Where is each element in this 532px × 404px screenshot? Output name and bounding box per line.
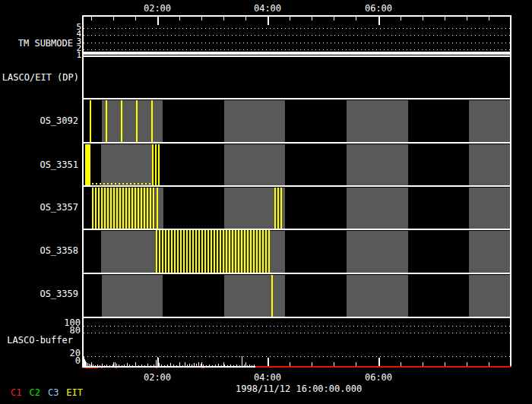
- observation-line: [151, 100, 153, 142]
- legend-item-c3: C3: [48, 388, 59, 398]
- frame-right-line: [510, 15, 511, 368]
- axis-minor-tick-top: [290, 17, 290, 21]
- buffer-usage-spike: [249, 365, 250, 366]
- axis-minor-tick-top: [489, 17, 489, 21]
- buffer-usage-spike: [196, 364, 197, 366]
- buffer-usage-spike: [138, 365, 139, 366]
- row-label-os-3092: OS_3092: [40, 115, 78, 126]
- buffer-usage-spike: [116, 364, 117, 366]
- buffer-usage-spike: [132, 365, 133, 366]
- axis-major-tick-top: [378, 17, 380, 25]
- buffer-usage-spike: [141, 365, 142, 366]
- buffer-usage-spike: [189, 364, 190, 366]
- buffer-usage-spike: [144, 365, 145, 366]
- buffer-tick-label: 80: [70, 327, 81, 335]
- buffer-usage-spike: [104, 365, 105, 366]
- submode-gridline: [84, 28, 510, 29]
- availability-band: [102, 275, 163, 317]
- axis-minor-tick-top: [356, 17, 356, 21]
- buffer-baseline-white: [82, 366, 255, 368]
- instrument-legend: C1C2C3EIT: [11, 388, 90, 398]
- axis-minor-tick-bottom: [113, 362, 114, 366]
- buffer-usage-spike: [236, 365, 237, 366]
- buffer-gridline: [84, 356, 510, 357]
- buffer-usage-spike: [147, 364, 148, 366]
- buffer-usage-spike: [100, 365, 100, 366]
- axis-minor-tick-bottom: [312, 362, 312, 366]
- axis-minor-tick-bottom: [489, 362, 489, 366]
- buffer-red-mark: [155, 368, 157, 368]
- buffer-usage-spike: [167, 365, 168, 366]
- row-label-tm-submode: TM SUBMODE: [18, 38, 73, 49]
- start-date-label: 1998/11/12 16:00:00.000: [236, 383, 362, 394]
- buffer-usage-spike: [173, 365, 174, 366]
- axis-minor-tick-bottom: [245, 362, 246, 366]
- buffer-usage-spike: [209, 365, 210, 366]
- axis-minor-tick-bottom: [290, 362, 290, 366]
- row-label-os-3357: OS_3357: [40, 202, 78, 213]
- availability-band: [469, 188, 510, 229]
- row-label-os-3358: OS_3358: [40, 245, 78, 256]
- legend-item-eit: EIT: [66, 388, 83, 398]
- buffer-usage-spike: [161, 365, 162, 366]
- axis-minor-tick-top: [91, 17, 92, 21]
- buffer-usage-spike: [252, 365, 252, 366]
- axis-minor-tick-bottom: [179, 362, 180, 366]
- observation-hatch-bar: [156, 229, 270, 273]
- buffer-gridline: [84, 326, 510, 327]
- axis-major-tick-bottom: [378, 358, 380, 366]
- availability-band: [469, 275, 510, 317]
- buffer-red-mark: [201, 368, 204, 368]
- submode-gridline: [84, 35, 510, 36]
- observation-hatch-bar: [152, 144, 160, 185]
- buffer-usage-spike: [233, 365, 234, 366]
- buffer-red-mark: [115, 368, 117, 368]
- availability-band: [347, 144, 408, 185]
- axis-time-label-bottom: 06:00: [365, 372, 392, 383]
- buffer-usage-spike: [159, 363, 160, 366]
- panel-separator: [82, 229, 511, 230]
- buffer-usage-spike: [164, 365, 165, 366]
- axis-minor-tick-bottom: [401, 362, 401, 366]
- axis-minor-tick-top: [135, 17, 136, 21]
- availability-band: [102, 100, 163, 142]
- panel-separator: [82, 55, 511, 57]
- availability-band: [347, 188, 408, 229]
- axis-major-tick-top: [157, 17, 159, 25]
- buffer-usage-spike: [198, 362, 199, 366]
- observation-line: [106, 100, 107, 142]
- buffer-baseline-red: [255, 366, 511, 368]
- legend-item-c1: C1: [11, 388, 21, 398]
- buffer-usage-spike: [227, 365, 228, 366]
- plot-area[interactable]: TM SUBMODELASCO/EIT (DP)OS_3092OS_3351OS…: [0, 0, 532, 404]
- axis-minor-tick-top: [401, 17, 401, 21]
- availability-band: [224, 275, 285, 317]
- buffer-usage-spike: [212, 365, 213, 366]
- buffer-usage-spike: [215, 365, 216, 366]
- availability-band: [224, 144, 285, 185]
- axis-major-tick-bottom: [157, 358, 159, 366]
- availability-band: [347, 231, 408, 273]
- availability-band: [224, 100, 285, 142]
- buffer-usage-spike: [218, 364, 219, 366]
- observation-dotted-line: [92, 183, 152, 185]
- legend-item-c2: C2: [29, 388, 40, 398]
- observation-line: [157, 188, 158, 229]
- row-label-lasco-buffer: LASCO-buffer: [7, 335, 73, 346]
- observation-hatch-bar: [92, 188, 155, 229]
- axis-minor-tick-bottom: [334, 362, 334, 366]
- panel-separator: [82, 185, 511, 187]
- axis-top-line: [82, 15, 511, 17]
- axis-minor-tick-bottom: [467, 362, 467, 366]
- axis-minor-tick-top: [312, 17, 312, 21]
- buffer-red-mark: [101, 368, 103, 368]
- buffer-usage-spike: [127, 363, 128, 366]
- axis-time-label-top: 06:00: [365, 3, 392, 14]
- submode-gridline: [84, 49, 510, 50]
- buffer-usage-spike: [129, 365, 130, 366]
- axis-minor-tick-bottom: [201, 362, 202, 366]
- observation-line: [90, 100, 91, 142]
- panel-separator: [82, 273, 511, 274]
- availability-band: [347, 100, 408, 142]
- axis-minor-tick-bottom: [135, 362, 136, 366]
